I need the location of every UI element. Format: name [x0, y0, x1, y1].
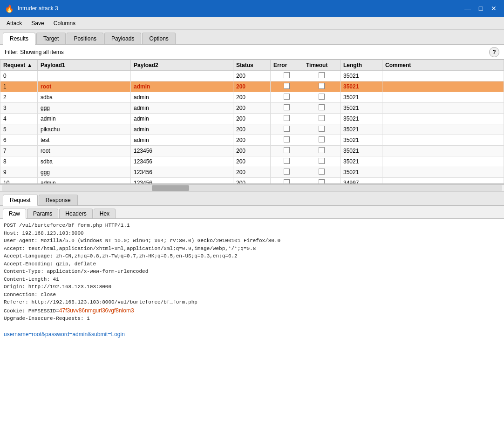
cell-error[interactable]: [271, 92, 303, 103]
cell-error[interactable]: [271, 178, 303, 185]
cell-timeout[interactable]: [303, 156, 341, 167]
tab-params[interactable]: Params: [27, 209, 58, 218]
cell-timeout[interactable]: [303, 135, 341, 146]
col-header-payload2[interactable]: Payload2: [131, 60, 233, 71]
cell-comment: [382, 167, 504, 178]
timeout-checkbox[interactable]: [319, 179, 325, 184]
error-checkbox[interactable]: [284, 158, 290, 164]
table-row[interactable]: 7 root 123456 200 35021: [0, 146, 504, 156]
timeout-checkbox[interactable]: [319, 158, 325, 164]
cell-timeout[interactable]: [303, 103, 341, 114]
error-checkbox[interactable]: [284, 126, 290, 132]
tab-headers[interactable]: Headers: [59, 209, 92, 218]
timeout-checkbox[interactable]: [319, 115, 325, 121]
results-table-container[interactable]: Request ▲ Payload1 Payload2 Status Error…: [0, 60, 504, 184]
table-row[interactable]: 5 pikachu admin 200 35021: [0, 124, 504, 135]
horizontal-scrollbar[interactable]: [0, 184, 504, 192]
cell-timeout[interactable]: [303, 71, 341, 81]
scrollbar-thumb[interactable]: [152, 185, 189, 191]
scrollbar-track[interactable]: [2, 185, 502, 191]
col-header-request[interactable]: Request ▲: [0, 60, 38, 71]
table-row[interactable]: 10 admin 123456 200 34997: [0, 178, 504, 185]
table-row[interactable]: 2 sdba admin 200 35021: [0, 92, 504, 103]
tab-hex[interactable]: Hex: [94, 209, 116, 218]
cell-error[interactable]: [271, 114, 303, 124]
timeout-checkbox[interactable]: [319, 136, 325, 142]
table-row[interactable]: 0 200 35021: [0, 71, 504, 81]
minimize-button[interactable]: —: [462, 4, 473, 13]
cell-error[interactable]: [271, 103, 303, 114]
cell-error[interactable]: [271, 156, 303, 167]
cell-timeout[interactable]: [303, 178, 341, 185]
col-header-status[interactable]: Status: [233, 60, 271, 71]
table-row[interactable]: 9 ggg 123456 200 35021: [0, 167, 504, 178]
cell-error[interactable]: [271, 135, 303, 146]
error-checkbox[interactable]: [284, 147, 290, 153]
cell-timeout[interactable]: [303, 167, 341, 178]
cell-request: 5: [0, 124, 38, 135]
col-header-length[interactable]: Length: [341, 60, 382, 71]
cell-payload1: ggg: [38, 167, 131, 178]
timeout-checkbox[interactable]: [319, 104, 325, 110]
tab-options[interactable]: Options: [142, 33, 175, 44]
cell-timeout[interactable]: [303, 124, 341, 135]
table-row[interactable]: 8 sdba 123456 200 35021: [0, 156, 504, 167]
title-bar-controls: — □ ✕: [462, 4, 499, 13]
error-checkbox[interactable]: [284, 136, 290, 142]
timeout-checkbox[interactable]: [319, 147, 325, 153]
error-checkbox[interactable]: [284, 83, 290, 89]
cell-status: 200: [233, 124, 271, 135]
col-header-timeout[interactable]: Timeout: [303, 60, 341, 71]
cell-timeout[interactable]: [303, 81, 341, 92]
tab-results[interactable]: Results: [3, 33, 35, 45]
table-row[interactable]: 6 test admin 200 35021: [0, 135, 504, 146]
cell-request: 2: [0, 92, 38, 103]
filter-help-button[interactable]: ?: [489, 47, 499, 57]
cell-timeout[interactable]: [303, 146, 341, 156]
cell-payload2: 123456: [131, 178, 233, 185]
cell-error[interactable]: [271, 146, 303, 156]
tab-request[interactable]: Request: [3, 195, 38, 206]
cell-length: 35021: [341, 114, 382, 124]
menu-attack[interactable]: Attack: [3, 19, 26, 28]
cell-error[interactable]: [271, 81, 303, 92]
error-checkbox[interactable]: [284, 115, 290, 121]
cell-error[interactable]: [271, 71, 303, 81]
error-checkbox[interactable]: [284, 169, 290, 175]
tab-raw[interactable]: Raw: [3, 209, 26, 219]
col-header-payload1[interactable]: Payload1: [38, 60, 131, 71]
cell-error[interactable]: [271, 167, 303, 178]
cell-payload2: 123456: [131, 167, 233, 178]
error-checkbox[interactable]: [284, 94, 290, 100]
table-row[interactable]: 4 admin admin 200 35021: [0, 114, 504, 124]
menu-save[interactable]: Save: [27, 19, 48, 28]
timeout-checkbox[interactable]: [319, 72, 325, 78]
cell-comment: [382, 135, 504, 146]
error-checkbox[interactable]: [284, 179, 290, 184]
error-checkbox[interactable]: [284, 104, 290, 110]
table-row[interactable]: 1 root admin 200 35021: [0, 81, 504, 92]
tab-payloads[interactable]: Payloads: [104, 33, 141, 44]
maximize-button[interactable]: □: [475, 4, 486, 13]
error-checkbox[interactable]: [284, 72, 290, 78]
close-button[interactable]: ✕: [488, 4, 499, 13]
tab-target[interactable]: Target: [36, 33, 66, 44]
cell-timeout[interactable]: [303, 114, 341, 124]
col-header-comment[interactable]: Comment: [382, 60, 504, 71]
cell-request: 4: [0, 114, 38, 124]
timeout-checkbox[interactable]: [319, 169, 325, 175]
col-header-error[interactable]: Error: [271, 60, 303, 71]
tab-positions[interactable]: Positions: [67, 33, 103, 44]
menu-bar: Attack Save Columns: [0, 17, 504, 30]
cell-request: 3: [0, 103, 38, 114]
cell-payload1: sdba: [38, 156, 131, 167]
cell-payload2: [131, 71, 233, 81]
cell-error[interactable]: [271, 124, 303, 135]
timeout-checkbox[interactable]: [319, 94, 325, 100]
table-row[interactable]: 3 ggg admin 200 35021: [0, 103, 504, 114]
timeout-checkbox[interactable]: [319, 83, 325, 89]
cell-timeout[interactable]: [303, 92, 341, 103]
menu-columns[interactable]: Columns: [50, 19, 79, 28]
timeout-checkbox[interactable]: [319, 126, 325, 132]
tab-response[interactable]: Response: [39, 195, 78, 205]
